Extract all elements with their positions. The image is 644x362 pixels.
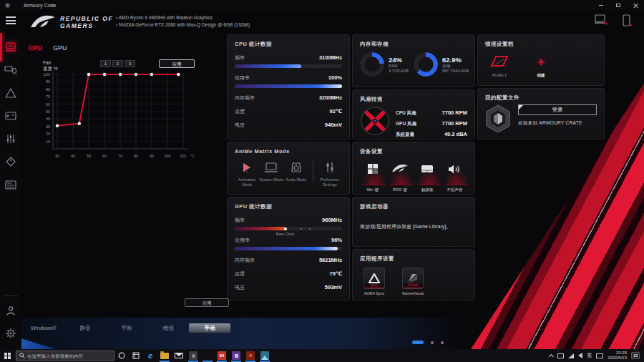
display-tray-icon[interactable]: [557, 353, 564, 358]
sidebar-item-game-library[interactable]: [0, 104, 21, 127]
cpu-fan-row: CPU 风扇7700 RPM: [396, 109, 467, 117]
fan-axis-label: Fan速度 %: [43, 60, 58, 72]
game-launcher-panel: 游戏启动器 将游戏/应用程序添加至 [Game Library]。: [352, 197, 475, 247]
sidebar-item-performance[interactable]: [0, 127, 21, 150]
fan-preset-1-button[interactable]: 1: [100, 60, 111, 67]
gpu-fan-row: GPU 风扇7700 RPM: [396, 120, 467, 127]
anime-animation-mode[interactable]: Animation Mode: [235, 160, 259, 187]
touchpad-toggle[interactable]: 触摸板: [415, 160, 440, 192]
fan-preset-group: 1 2 3: [100, 60, 135, 67]
task-view-button[interactable]: [129, 349, 143, 362]
plus-icon: +: [537, 56, 545, 68]
taskbar-search[interactable]: [16, 351, 114, 361]
rog-key-toggle[interactable]: ROG 键: [387, 160, 412, 192]
maximize-icon[interactable]: [610, 0, 627, 10]
mode-tab-turbo[interactable]: 增强: [147, 323, 189, 333]
page-dot-active[interactable]: [412, 341, 424, 344]
taskbar-app-photos[interactable]: [258, 349, 272, 362]
anime-preference-settings[interactable]: Preference Settings: [318, 160, 342, 187]
taskbar-app-camera[interactable]: [186, 349, 200, 362]
sidebar-item-settings[interactable]: [0, 322, 21, 345]
network-tray-icon[interactable]: [568, 353, 574, 358]
close-icon[interactable]: [627, 0, 644, 10]
taskbar-app-orange[interactable]: O: [243, 349, 258, 362]
app-icon: [4, 2, 11, 9]
svg-text:90: 90: [46, 79, 50, 84]
memory-storage-panel: 内存和存储 24% RAM 3.7/15.4GB 62.9% 存储 587.7/…: [352, 34, 475, 87]
sliders-icon: [318, 160, 342, 175]
fan-preset-2-button[interactable]: 2: [112, 60, 123, 67]
sidebar-item-featured[interactable]: [0, 150, 21, 173]
mode-apply-button[interactable]: 应用: [185, 298, 229, 307]
mode-tab-silent[interactable]: 静音: [64, 323, 106, 333]
start-button[interactable]: [0, 353, 14, 359]
fan-preset-3-button[interactable]: 3: [125, 60, 135, 67]
armoury-hexagon-icon: [485, 104, 511, 133]
svg-text:30: 30: [55, 154, 59, 158]
win-key-toggle[interactable]: Win 键: [360, 160, 385, 192]
page-indicator: [412, 341, 444, 344]
menu-icon[interactable]: [6, 16, 16, 24]
boot-sound-toggle[interactable]: 开机声音: [442, 160, 467, 192]
ime-indicator[interactable]: 英: [587, 352, 592, 359]
system-tray: 英 23:252020/5/23 15: [550, 351, 644, 361]
mode-tab-balanced[interactable]: 平衡: [106, 323, 147, 333]
svg-text:70: 70: [118, 154, 122, 158]
system-specs: AMD Ryzen 9 4900HS with Radeon Graphics …: [116, 14, 250, 28]
cpu-usage-bar: [235, 84, 342, 88]
sidebar-item-devices[interactable]: [0, 59, 21, 82]
mode-tab-manual[interactable]: 手动: [189, 323, 230, 333]
gpu-voltage-row: 电压593mV: [235, 284, 342, 291]
taskbar-app-edge[interactable]: e: [143, 349, 157, 362]
svg-text:40: 40: [46, 117, 50, 121]
sidebar-item-user[interactable]: [0, 299, 21, 322]
anime-system-mode[interactable]: System Mode: [259, 160, 283, 182]
window-title: Armoury Crate: [24, 3, 57, 8]
page-dot[interactable]: [431, 341, 434, 344]
sidebar-item-aura-sync[interactable]: [0, 82, 21, 104]
gpu-frequency-row: 频率960MHz: [235, 217, 342, 224]
storage-gauge: 62.9% 存储 587.7/934.4GB: [414, 52, 467, 77]
tray-expand-icon[interactable]: [549, 353, 554, 358]
svg-text:70: 70: [46, 94, 50, 99]
svg-text:℃: ℃: [190, 154, 195, 158]
phone-device-icon[interactable]: [621, 14, 633, 27]
touch-keyboard-icon[interactable]: [596, 353, 603, 358]
cpu-frequency-bar: [235, 64, 342, 68]
svg-text:50: 50: [46, 109, 50, 114]
gpu-usage-row: 使用率96%: [235, 237, 342, 244]
tab-gpu[interactable]: GPU: [53, 44, 67, 52]
page-dot[interactable]: [441, 341, 444, 344]
cortana-button[interactable]: [114, 349, 129, 362]
notification-badge[interactable]: 15: [631, 352, 640, 359]
fan-apply-button[interactable]: 应用: [159, 59, 195, 68]
laptop-device-icon[interactable]: [594, 14, 608, 26]
ram-ring: [360, 52, 384, 77]
tab-cpu[interactable]: CPU: [29, 44, 42, 52]
fan-curve-chart[interactable]: 1020304050607080901003040506070809010011…: [34, 69, 203, 163]
aura-sync-tile[interactable]: 静态 AURA Sync: [360, 268, 389, 295]
mode-tab-windows[interactable]: Windows®: [23, 323, 64, 333]
minimize-icon[interactable]: [592, 0, 610, 10]
bottom-blue-band: [0, 318, 487, 349]
profile-1-item[interactable]: Profile 1: [485, 52, 514, 78]
taskbar-app-calculator[interactable]: [200, 349, 215, 362]
cpu-stats-panel: CPU 统计数据 频率3100MHz 使用率100% 内存频率3200MHz 温…: [227, 34, 350, 140]
search-input[interactable]: [27, 353, 111, 358]
create-profile-button[interactable]: + 创建: [527, 52, 555, 78]
taskbar-app-aida64[interactable]: 64: [215, 349, 229, 362]
taskbar-app-purple[interactable]: [229, 349, 243, 362]
sidebar-item-news[interactable]: [0, 173, 21, 196]
boot-sound-icon: [442, 160, 467, 178]
svg-text:80: 80: [46, 87, 50, 92]
login-button[interactable]: 登录: [518, 104, 597, 115]
anime-audio-mode[interactable]: Audio Mode: [284, 160, 308, 182]
gamevisual-tile[interactable]: Default GameVisual: [399, 268, 427, 295]
sidebar-item-home[interactable]: [0, 36, 21, 59]
taskbar-app-mail[interactable]: [172, 349, 186, 362]
rog-eye-icon: [387, 160, 412, 178]
volume-tray-icon[interactable]: [578, 353, 582, 358]
clock[interactable]: 23:252020/5/23: [608, 351, 627, 361]
taskbar-app-file-explorer[interactable]: [157, 349, 172, 362]
svg-text:40: 40: [71, 154, 75, 158]
